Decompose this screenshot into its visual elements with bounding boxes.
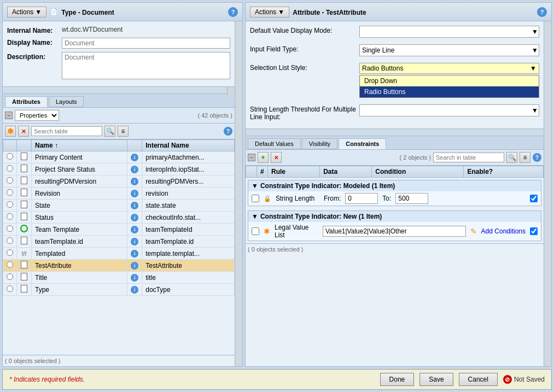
- row-radio[interactable]: [7, 201, 13, 208]
- row-info-icon[interactable]: i: [127, 163, 142, 175]
- display-name-input[interactable]: [62, 38, 230, 49]
- string-length-checkbox[interactable]: [252, 195, 259, 202]
- search-button[interactable]: 🔍: [104, 126, 115, 137]
- row-radio[interactable]: [7, 285, 13, 292]
- left-table-toolbar: − Properties ( 42 objects ): [3, 108, 235, 124]
- tab-visibility[interactable]: Visibility: [302, 138, 338, 149]
- row-radio[interactable]: [7, 273, 13, 280]
- legal-value-checkbox[interactable]: [252, 227, 259, 235]
- right-form-section: Default Value Display Mode: ▼ Input Fiel…: [246, 21, 544, 128]
- row-name[interactable]: Primary Content: [32, 151, 127, 163]
- row-name[interactable]: resultingPDMVersion: [32, 175, 127, 188]
- row-info-icon[interactable]: i: [127, 236, 142, 248]
- row-name[interactable]: Title: [32, 272, 127, 284]
- right-help-button[interactable]: ?: [537, 7, 547, 17]
- default-value-select[interactable]: [359, 26, 539, 38]
- default-value-select-wrap: ▼: [359, 26, 539, 38]
- row-radio[interactable]: [7, 165, 13, 172]
- constraints-collapse-btn[interactable]: −: [248, 154, 255, 161]
- tab-constraints[interactable]: Constraints: [339, 138, 386, 149]
- add-toolbar-button[interactable]: ✱: [5, 126, 16, 137]
- row-radio[interactable]: [7, 225, 13, 232]
- col-name[interactable]: Name ↑: [32, 140, 127, 151]
- tab-attributes[interactable]: Attributes: [5, 96, 48, 107]
- left-scroll-v[interactable]: [235, 21, 242, 366]
- table-help-button[interactable]: ?: [224, 127, 232, 136]
- cancel-button[interactable]: Cancel: [459, 373, 498, 386]
- remove-toolbar-button[interactable]: ✕: [18, 126, 29, 137]
- to-input[interactable]: [395, 193, 428, 204]
- right-actions-button[interactable]: Actions ▼: [250, 7, 289, 17]
- right-scroll-v[interactable]: [544, 21, 551, 366]
- constraints-help-button[interactable]: ?: [533, 153, 541, 162]
- top-panels: Actions ▼ 📄 Type - Document ? Internal N…: [2, 2, 552, 367]
- col-condition[interactable]: Condition: [372, 166, 464, 178]
- row-name[interactable]: Revision: [32, 188, 127, 200]
- row-radio[interactable]: [7, 261, 13, 268]
- row-radio[interactable]: [7, 237, 13, 244]
- row-radio[interactable]: [7, 153, 13, 160]
- constraint-section-new: ▼ Constraint Type Indicator: New (1 Item…: [248, 210, 541, 241]
- dropdown-item-dropdown[interactable]: Drop Down: [360, 75, 539, 86]
- row-radio[interactable]: [7, 177, 13, 184]
- search-input[interactable]: [31, 126, 102, 136]
- left-actions-button[interactable]: Actions ▼: [7, 7, 46, 17]
- legal-value-enable-checkbox[interactable]: [530, 227, 538, 235]
- properties-dropdown[interactable]: Properties: [15, 110, 59, 121]
- row-info-icon[interactable]: i: [127, 248, 142, 260]
- row-name[interactable]: Project Share Status: [32, 163, 127, 175]
- row-radio[interactable]: [7, 213, 13, 220]
- string-length-row: String Length Threshold For Multiple Lin…: [250, 104, 539, 121]
- column-options-button[interactable]: ≡: [118, 126, 129, 137]
- row-name[interactable]: Team Template: [32, 224, 127, 236]
- input-field-type-select[interactable]: Single Line: [359, 44, 539, 56]
- table-row: Status i checkoutInfo.stat...: [3, 212, 235, 224]
- row-info-icon[interactable]: i: [127, 272, 142, 284]
- left-table-scroll[interactable]: Name ↑ Internal Name Primary Con: [3, 139, 235, 355]
- row-info-icon[interactable]: i: [127, 188, 142, 200]
- tab-default-values[interactable]: Default Values: [248, 138, 301, 149]
- row-info-icon[interactable]: i: [127, 224, 142, 236]
- col-internal[interactable]: Internal Name: [142, 140, 235, 151]
- save-button[interactable]: Save: [419, 373, 453, 386]
- dropdown-item-radio-buttons[interactable]: Radio Buttons: [360, 86, 539, 97]
- left-scrollbar-horizontal-top: [3, 86, 235, 94]
- description-textarea[interactable]: [62, 52, 230, 79]
- col-rule[interactable]: Rule: [268, 166, 320, 178]
- row-name[interactable]: Templated: [32, 248, 127, 260]
- string-length-enable-checkbox[interactable]: [530, 195, 538, 202]
- edit-icon[interactable]: ✎: [470, 227, 477, 236]
- row-info-icon[interactable]: i: [127, 284, 142, 296]
- row-info-icon[interactable]: i: [127, 200, 142, 212]
- row-info-icon[interactable]: i: [127, 151, 142, 163]
- add-conditions-link[interactable]: Add Conditions: [481, 227, 526, 235]
- constraints-search-input[interactable]: [433, 153, 504, 162]
- done-button[interactable]: Done: [380, 373, 415, 386]
- col-icon: [17, 140, 32, 151]
- row-name[interactable]: teamTemplate.id: [32, 236, 127, 248]
- row-radio[interactable]: [7, 189, 13, 196]
- row-info-icon[interactable]: i: [127, 212, 142, 224]
- from-input[interactable]: [345, 193, 378, 204]
- table-row: TestAttribute i TestAttribute: [3, 260, 235, 272]
- tab-layouts[interactable]: Layouts: [49, 96, 84, 107]
- row-name[interactable]: Status: [32, 212, 127, 224]
- row-name[interactable]: TestAttribute: [32, 260, 127, 272]
- constraints-remove-button[interactable]: ✕: [271, 152, 282, 163]
- constraints-column-options-button[interactable]: ≡: [520, 152, 530, 163]
- row-info-icon[interactable]: i: [127, 260, 142, 272]
- col-enable[interactable]: Enable?: [464, 166, 544, 178]
- row-icon: [17, 200, 32, 212]
- string-length-select[interactable]: [359, 104, 539, 116]
- collapse-button[interactable]: −: [5, 112, 13, 119]
- constraints-search-button[interactable]: 🔍: [506, 152, 517, 163]
- row-name[interactable]: State: [32, 200, 127, 212]
- col-data[interactable]: Data: [320, 166, 372, 178]
- row-info-icon[interactable]: i: [127, 175, 142, 188]
- constraints-add-button[interactable]: +: [258, 152, 269, 163]
- row-radio[interactable]: [7, 249, 13, 256]
- left-help-button[interactable]: ?: [228, 7, 238, 17]
- row-name[interactable]: Type: [32, 284, 127, 296]
- internal-name-label: Internal Name:: [7, 26, 62, 34]
- legal-value-input[interactable]: [323, 226, 466, 237]
